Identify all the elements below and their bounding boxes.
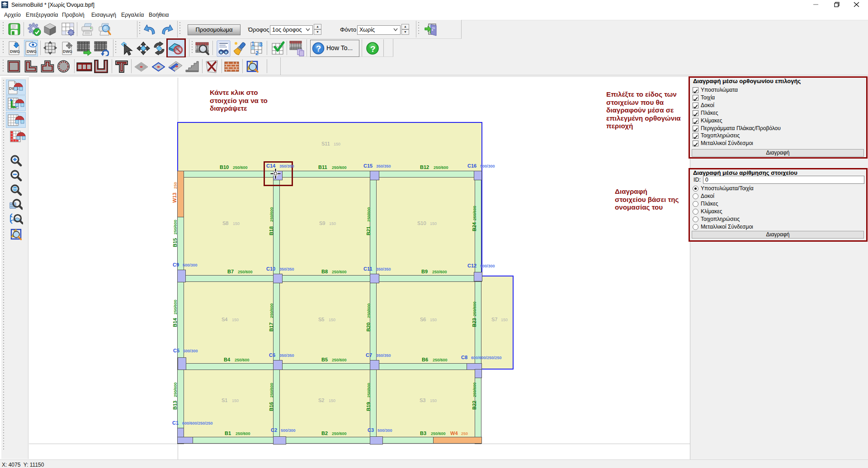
svg-text:DWG: DWG [63, 49, 72, 54]
svg-text:3: 3 [259, 42, 263, 48]
svg-text:?: ? [316, 44, 321, 53]
svg-text:?: ? [370, 44, 376, 54]
svg-text:DWG: DWG [27, 49, 37, 54]
svg-text:1: 1 [251, 41, 255, 47]
svg-text:2: 2 [255, 50, 259, 56]
svg-text:DWG: DWG [10, 49, 20, 54]
